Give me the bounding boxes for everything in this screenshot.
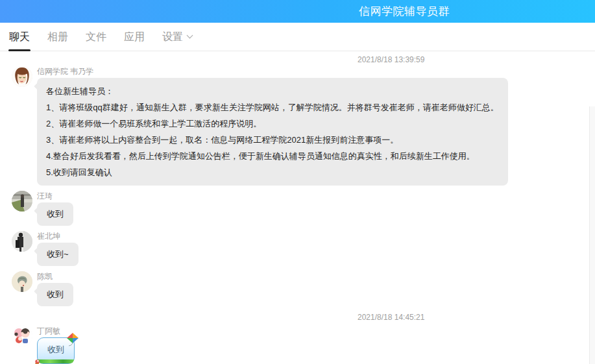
chat-message: 陈凯 收到 [0, 271, 595, 306]
message-line: 5.收到请回复确认 [46, 164, 499, 180]
message-line: 2、请崔老师做一个易班系统和掌上学工激活的程序说明。 [46, 115, 499, 132]
tab-files[interactable]: 文件 [86, 23, 106, 51]
chat-message-list: 2021/8/18 13:39:59 信网学院 韦乃学 各位新生辅导员： 1、请… [0, 55, 595, 364]
tiny-runner-icon [34, 359, 41, 364]
chat-message: 丁阿敏 收到 [0, 326, 595, 364]
tab-chat[interactable]: 聊天 [9, 23, 30, 51]
anime-portrait-avatar-image [12, 271, 32, 292]
scrollbar[interactable] [589, 106, 595, 364]
tab-apps[interactable]: 应用 [124, 23, 145, 51]
avatar[interactable] [12, 66, 32, 87]
cartoon-woman-avatar-image [12, 66, 32, 87]
message-line: 1、请将班级qq群建好，通知新生入群，要求新生关注学院网站，了解学院情况。并将群… [46, 99, 499, 115]
message-text: 收到 [47, 345, 64, 354]
bw-photo-avatar-image [12, 231, 32, 252]
avatar[interactable] [12, 326, 32, 346]
message-timestamp: 2021/8/18 14:45:21 [358, 313, 424, 322]
message-bubble: 收到 [37, 283, 73, 306]
message-bubble: 收到~ [37, 243, 79, 266]
grass-decoration [38, 359, 74, 363]
message-timestamp: 2021/8/18 13:39:59 [358, 55, 424, 64]
kite-icon [66, 332, 80, 346]
chat-message: 汪琦 收到 [0, 191, 595, 226]
sender-name: 陈凯 [37, 271, 73, 282]
message-line: 4.整合好后发我看看，然后上传到学院通知公告栏，便于新生确认辅导员通知信息的真实… [46, 148, 499, 164]
outdoor-photo-avatar-image [12, 191, 32, 212]
avatar[interactable] [12, 231, 32, 252]
sender-name: 汪琦 [37, 191, 73, 201]
decorated-message-bubble: 收到 [37, 337, 75, 364]
tab-settings[interactable]: 设置 [162, 23, 192, 51]
group-header: 信网学院辅导员群 [0, 0, 595, 23]
tab-album[interactable]: 相册 [47, 23, 68, 51]
message-line: 3、请崔老师将以上内容整合到一起，取名：信息与网络工程学院2021新生报到前注意… [46, 132, 499, 148]
group-title: 信网学院辅导员群 [359, 0, 450, 23]
cartoon-family-avatar-image [12, 326, 32, 346]
tab-bar: 聊天 相册 文件 应用 设置 [0, 23, 595, 51]
avatar[interactable] [12, 271, 32, 292]
message-line: 各位新生辅导员： [46, 83, 499, 99]
avatar[interactable] [12, 191, 32, 212]
message-bubble: 收到 [37, 202, 73, 226]
chat-message: 崔北坤 收到~ [0, 231, 595, 266]
chevron-down-icon [187, 32, 193, 39]
message-bubble: 各位新生辅导员： 1、请将班级qq群建好，通知新生入群，要求新生关注学院网站，了… [37, 78, 508, 186]
chat-message: 信网学院 韦乃学 各位新生辅导员： 1、请将班级qq群建好，通知新生入群，要求新… [0, 66, 595, 186]
sender-name: 崔北坤 [37, 231, 79, 241]
sender-name: 信网学院 韦乃学 [37, 66, 508, 77]
